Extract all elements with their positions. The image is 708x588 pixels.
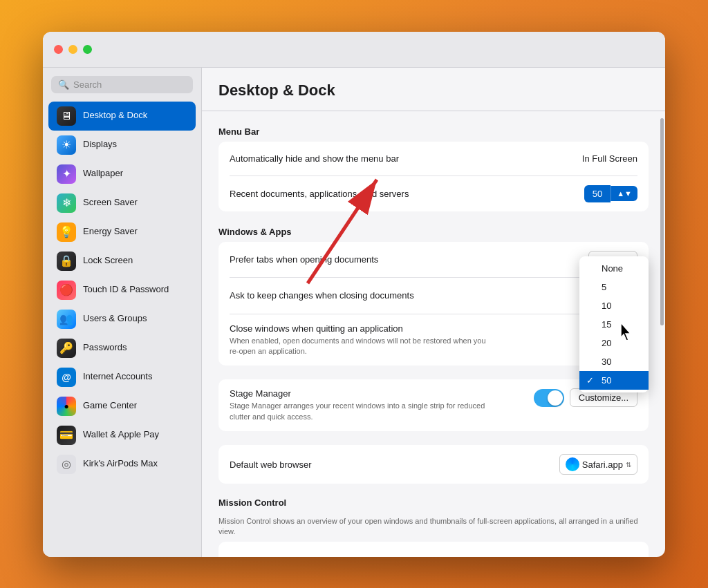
dropdown-option-30[interactable]: 30 — [579, 352, 649, 371]
sidebar-item-passwords[interactable]: 🔑 Passwords — [48, 334, 196, 363]
window-body: 🔍 Search 🖥 Desktop & Dock ☀ Displays ✦ W… — [43, 68, 665, 557]
system-preferences-window: 🔍 Search 🖥 Desktop & Dock ☀ Displays ✦ W… — [43, 32, 665, 557]
desktop-dock-icon: 🖥 — [57, 106, 76, 126]
dropdown-option-20[interactable]: 20 — [579, 334, 649, 352]
titlebar — [43, 32, 665, 68]
sidebar-item-displays[interactable]: ☀ Displays — [48, 131, 196, 160]
mission-control-sublabel: Mission Control shows an overview of you… — [218, 516, 649, 538]
recent-docs-value-button[interactable]: 50 — [584, 185, 611, 202]
recent-docs-control[interactable]: 50 ▲▼ — [584, 185, 637, 202]
wallpaper-icon: ✦ — [57, 164, 76, 184]
recent-docs-label: Recent documents, applications, and serv… — [230, 189, 584, 199]
sidebar-item-label: Game Center — [83, 400, 137, 412]
mission-control-title: Mission Control — [218, 497, 649, 508]
sidebar-item-label: Lock Screen — [83, 255, 133, 267]
page-title: Desktop & Dock — [218, 82, 649, 99]
dropdown-option-10[interactable]: 10 — [579, 296, 649, 315]
sidebar-item-internet-accounts[interactable]: @ Internet Accounts — [48, 363, 196, 392]
sidebar-item-label: Displays — [83, 139, 117, 151]
dropdown-option-15[interactable]: 15 — [579, 315, 649, 334]
browser-dropdown[interactable]: Safari.app ⇅ — [559, 454, 637, 475]
sidebar-item-airpods[interactable]: ◎ Kirk's AirPods Max — [48, 450, 196, 479]
sidebar-item-label: Touch ID & Password — [83, 284, 169, 296]
passwords-icon: 🔑 — [57, 339, 76, 358]
close-button[interactable] — [54, 45, 63, 54]
sidebar-item-label: Screen Saver — [83, 197, 138, 209]
sidebar-item-label: Desktop & Dock — [83, 110, 147, 122]
touch-id-icon: 🔴 — [57, 281, 76, 300]
recent-docs-row: Recent documents, applications, and serv… — [230, 176, 637, 211]
wallet-icon: 💳 — [57, 426, 76, 445]
browser-value: Safari.app — [582, 459, 623, 470]
auto-hide-label: Automatically hide and show the menu bar — [230, 153, 582, 164]
windows-apps-section-header: Windows & Apps — [218, 225, 649, 238]
dropdown-option-5[interactable]: 5 — [579, 278, 649, 296]
stage-manager-row: Stage Manager Stage Manager arranges you… — [230, 379, 637, 431]
scrollbar-track[interactable] — [660, 111, 665, 557]
mission-control-header: Mission Control Mission Control shows an… — [218, 497, 649, 538]
dropdown-option-none[interactable]: None — [579, 259, 649, 278]
recent-docs-value: 50 — [593, 189, 602, 199]
windows-apps-title: Windows & Apps — [218, 227, 292, 237]
default-browser-control[interactable]: Safari.app ⇅ — [559, 454, 637, 475]
sidebar-item-label: Kirk's AirPods Max — [83, 458, 158, 470]
main-header: Desktop & Dock — [202, 68, 665, 111]
auto-hide-row: Automatically hide and show the menu bar… — [230, 142, 637, 176]
stage-manager-toggle[interactable] — [534, 389, 564, 407]
main-scroll: None 5 10 15 20 30 — [202, 111, 665, 557]
minimize-button[interactable] — [68, 45, 77, 54]
close-windows-sublabel: When enabled, open documents and windows… — [230, 336, 492, 357]
mission-control-more-row — [230, 550, 637, 557]
search-container: 🔍 Search — [43, 76, 201, 102]
sidebar-item-label: Users & Groups — [83, 313, 147, 325]
sidebar: 🔍 Search 🖥 Desktop & Dock ☀ Displays ✦ W… — [43, 68, 202, 557]
game-center-icon: ● — [57, 397, 76, 416]
sidebar-item-label: Energy Saver — [83, 226, 138, 238]
prefer-tabs-label: Prefer tabs when opening documents — [230, 254, 588, 265]
menu-bar-section-header: Menu Bar — [218, 125, 649, 137]
toggle-knob — [548, 390, 563, 406]
stage-manager-label: Stage Manager — [230, 388, 492, 399]
default-browser-label: Default web browser — [230, 459, 559, 470]
main-content: Desktop & Dock None 5 10 15 — [202, 68, 665, 557]
sidebar-item-energy-saver[interactable]: 💡 Energy Saver — [48, 218, 196, 247]
sidebar-item-label: Wallet & Apple Pay — [83, 429, 159, 441]
default-browser-row: Default web browser Safari.app ⇅ — [230, 445, 637, 484]
stage-manager-sublabel: Stage Manager arranges your recent windo… — [230, 401, 492, 422]
sidebar-item-label: Wallpaper — [83, 168, 123, 180]
keep-changes-row: Ask to keep changes when closing documen… — [230, 278, 637, 314]
close-windows-text-group: Close windows when quitting an applicati… — [230, 323, 492, 357]
prefer-tabs-row: Prefer tabs when opening documents Alway… — [230, 242, 637, 278]
stage-manager-text-group: Stage Manager Stage Manager arranges you… — [230, 388, 492, 422]
traffic-lights — [54, 45, 92, 54]
recent-docs-dropdown-popup[interactable]: None 5 10 15 20 30 — [579, 256, 649, 392]
close-windows-row: Close windows when quitting an applicati… — [230, 314, 637, 366]
maximize-button[interactable] — [83, 45, 92, 54]
sidebar-item-screen-saver[interactable]: ❄ Screen Saver — [48, 189, 196, 218]
energy-saver-icon: 💡 — [57, 222, 76, 242]
displays-icon: ☀ — [57, 135, 76, 155]
sidebar-item-wallpaper[interactable]: ✦ Wallpaper — [48, 160, 196, 189]
users-groups-icon: 👥 — [57, 310, 76, 329]
sidebar-item-desktop-dock[interactable]: 🖥 Desktop & Dock — [48, 102, 196, 131]
sidebar-item-wallet[interactable]: 💳 Wallet & Apple Pay — [48, 421, 196, 450]
sidebar-item-users-groups[interactable]: 👥 Users & Groups — [48, 305, 196, 334]
airpods-icon: ◎ — [57, 455, 76, 474]
sidebar-item-lock-screen[interactable]: 🔒 Lock Screen — [48, 247, 196, 276]
sidebar-item-label: Internet Accounts — [83, 371, 152, 383]
search-icon: 🔍 — [58, 79, 69, 90]
menu-bar-section: Automatically hide and show the menu bar… — [218, 142, 649, 211]
auto-hide-control: In Full Screen — [582, 153, 637, 164]
dropdown-option-50[interactable]: 50 — [579, 371, 649, 390]
lock-screen-icon: 🔒 — [57, 252, 76, 271]
sidebar-item-game-center[interactable]: ● Game Center — [48, 392, 196, 421]
chevron-updown-icon: ⇅ — [626, 461, 631, 468]
mission-control-section — [218, 542, 649, 557]
recent-docs-arrow-button[interactable]: ▲▼ — [611, 186, 637, 201]
search-bar[interactable]: 🔍 Search — [51, 76, 193, 93]
close-windows-label: Close windows when quitting an applicati… — [230, 323, 492, 334]
safari-icon — [566, 457, 579, 471]
scrollbar-thumb[interactable] — [660, 118, 664, 325]
sidebar-item-touch-id[interactable]: 🔴 Touch ID & Password — [48, 276, 196, 305]
search-placeholder: Search — [73, 79, 102, 90]
